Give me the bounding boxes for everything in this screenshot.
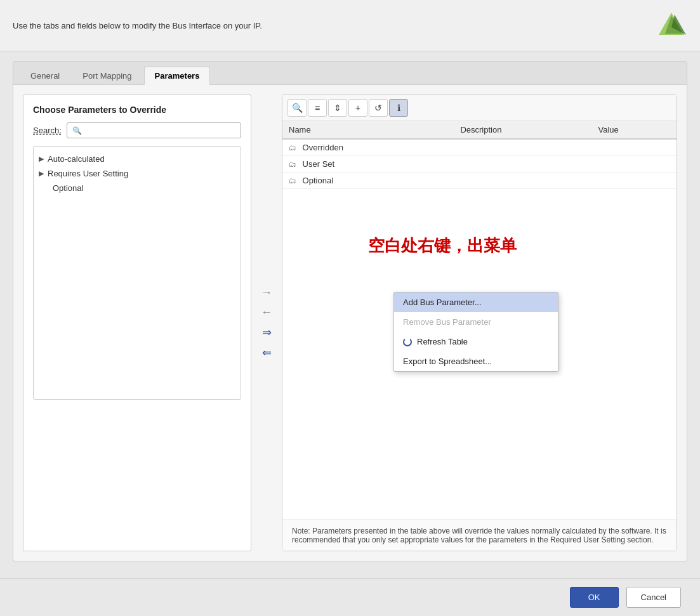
search-row: Search: 🔍 [33,122,241,138]
table-cell-value [591,173,677,189]
note-text: Note: Parameters presented in the table … [292,527,666,544]
tree-item-requires-user-setting[interactable]: ▶ Requires User Setting [34,166,241,181]
tab-general[interactable]: General [20,67,70,84]
tree-label-requires-user-setting: Requires User Setting [48,169,128,178]
context-menu-label-refresh-table: Refresh Table [417,337,468,346]
context-menu-item-export-spreadsheet[interactable]: Export to Spreadsheet... [394,351,558,371]
tree-item-auto-calculated[interactable]: ▶ Auto-calculated [34,152,241,166]
table-row[interactable]: 🗂 Optional [282,173,677,189]
left-panel-title: Choose Parameters to Override [33,105,241,115]
main-container: General Port Mapping Parameters Choose P… [13,61,687,561]
table-cell-name: 🗂 Overridden [282,139,454,156]
folder-icon: 🗂 [289,176,296,185]
note-area: Note: Parameters presented in the table … [282,520,677,551]
arrow-double-right-btn[interactable]: ⇒ [262,325,272,339]
arrow-right-btn[interactable]: → [261,286,272,299]
table-cell-description [454,173,591,189]
toolbar-collapse-btn[interactable]: ≡ [308,99,327,117]
tabs-bar: General Port Mapping Parameters [13,62,687,85]
arrow-double-left-btn[interactable]: ⇐ [262,346,272,360]
parameters-table: Name Description Value 🗂 Overridden 🗂 Us… [282,121,677,189]
table-cell-description [454,139,591,156]
context-menu-label-add-bus-param: Add Bus Parameter... [403,298,482,307]
toolbar-add-btn[interactable]: + [348,99,367,117]
table-cell-value [591,156,677,173]
tree-label-auto-calculated: Auto-calculated [48,154,105,164]
table-cell-name: 🗂 Optional [282,173,454,189]
col-header-description: Description [454,121,591,139]
table-cell-value [591,139,677,156]
table-row[interactable]: 🗂 Overridden [282,139,677,156]
search-field[interactable] [84,126,235,135]
folder-icon: 🗂 [289,143,296,152]
arrow-left-btn[interactable]: ← [261,306,272,319]
bottom-bar: OK Cancel [0,578,700,616]
toolbar-info-btn[interactable]: ℹ [389,99,408,117]
instructions-text: Use the tabs and fields below to modify … [13,21,262,30]
context-menu-item-remove-bus-param: Remove Bus Parameter [394,312,558,332]
col-header-name: Name [282,121,454,139]
toolbar: 🔍 ≡ ⇕ + ↺ ℹ [282,95,677,121]
tree-container: ▶ Auto-calculated ▶ Requires User Settin… [33,146,241,400]
table-cell-description [454,156,591,173]
toolbar-refresh-btn[interactable]: ↺ [369,99,388,117]
folder-icon: 🗂 [289,160,296,169]
table-cell-name: 🗂 User Set [282,156,454,173]
refresh-table-icon [403,337,412,346]
logo-icon [656,10,687,41]
transfer-arrows: → ← ⇒ ⇐ [258,95,275,551]
tree-item-optional[interactable]: Optional [34,181,241,195]
search-input-wrapper[interactable]: 🔍 [67,122,241,138]
toolbar-expand-btn[interactable]: ⇕ [328,99,347,117]
col-header-value: Value [591,121,677,139]
context-menu-item-add-bus-param[interactable]: Add Bus Parameter... [394,292,558,312]
left-panel: Choose Parameters to Override Search: 🔍 … [23,95,251,551]
top-bar: Use the tabs and fields below to modify … [0,0,700,51]
ok-button[interactable]: OK [570,587,619,608]
tree-arrow-auto: ▶ [39,155,44,163]
content-area: Choose Parameters to Override Search: 🔍 … [13,85,687,561]
search-icon: 🔍 [72,126,82,135]
tree-arrow-requires: ▶ [39,169,44,178]
context-menu-item-refresh-table[interactable]: Refresh Table [394,332,558,351]
tree-label-optional: Optional [53,183,83,193]
tab-port-mapping[interactable]: Port Mapping [72,67,142,84]
cancel-button[interactable]: Cancel [626,587,681,608]
chinese-annotation: 空白处右键，出菜单 [368,235,517,257]
toolbar-search-btn[interactable]: 🔍 [287,99,307,117]
table-row[interactable]: 🗂 User Set [282,156,677,173]
context-menu-label-export-spreadsheet: Export to Spreadsheet... [403,357,492,366]
context-menu: Add Bus Parameter...Remove Bus Parameter… [393,292,558,372]
search-label: Search: [33,126,62,135]
tab-parameters[interactable]: Parameters [144,67,211,85]
context-menu-label-remove-bus-param: Remove Bus Parameter [403,317,491,327]
